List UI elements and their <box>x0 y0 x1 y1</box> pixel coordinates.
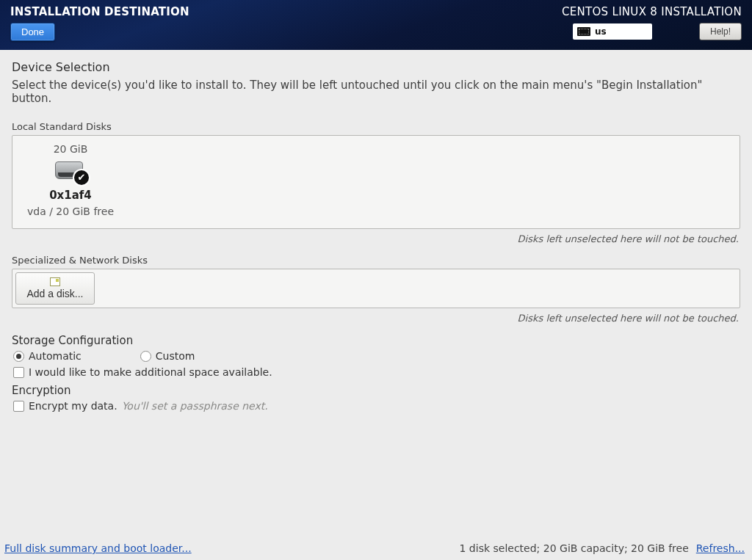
add-disk-button[interactable]: Add a disk... <box>15 272 95 305</box>
radio-icon <box>13 351 24 362</box>
local-disks-label: Local Standard Disks <box>12 121 740 132</box>
encryption-heading: Encryption <box>12 384 740 397</box>
footer-bar: Full disk summary and boot loader... 1 d… <box>0 542 752 560</box>
radio-icon <box>140 351 151 362</box>
encryption-section: Encryption Encrypt my data. You'll set a… <box>12 384 740 412</box>
encrypt-passphrase-hint: You'll set a passphrase next. <box>122 400 268 412</box>
network-disks-panel: Add a disk... <box>12 269 740 308</box>
full-disk-summary-link[interactable]: Full disk summary and boot loader... <box>4 542 192 554</box>
main-content: Device Selection Select the device(s) yo… <box>0 50 752 542</box>
help-button[interactable]: Help! <box>699 23 742 40</box>
header-bar: INSTALLATION DESTINATION Done CENTOS LIN… <box>0 0 752 50</box>
selected-check-icon: ✔ <box>74 170 89 185</box>
disk-device-free: vda / 20 GiB free <box>27 206 114 217</box>
disk-model: 0x1af4 <box>49 189 92 202</box>
checkbox-icon <box>13 367 24 378</box>
keyboard-layout-label: us <box>595 26 607 37</box>
header-controls: us Help! <box>573 23 742 40</box>
network-disks-label: Specialized & Network Disks <box>12 255 740 266</box>
done-button[interactable]: Done <box>10 23 55 41</box>
header-right-group: CENTOS LINUX 8 INSTALLATION us Help! <box>562 4 742 40</box>
radio-custom-label: Custom <box>156 350 195 362</box>
refresh-link[interactable]: Refresh... <box>696 542 745 554</box>
storage-configuration-section: Storage Configuration Automatic Custom I… <box>12 334 740 378</box>
product-title: CENTOS LINUX 8 INSTALLATION <box>562 5 742 18</box>
storage-config-radios: Automatic Custom <box>12 350 740 362</box>
footer-status-text: 1 disk selected; 20 GiB capacity; 20 GiB… <box>460 542 689 554</box>
network-disks-hint: Disks left unselected here will not be t… <box>12 313 739 324</box>
radio-custom[interactable]: Custom <box>140 350 195 362</box>
keyboard-icon <box>577 27 590 36</box>
radio-automatic-label: Automatic <box>29 350 82 362</box>
device-selection-heading: Device Selection <box>12 60 740 74</box>
checkbox-reclaim-space[interactable]: I would like to make additional space av… <box>12 366 740 378</box>
radio-automatic[interactable]: Automatic <box>13 350 82 362</box>
keyboard-layout-indicator[interactable]: us <box>573 23 652 40</box>
storage-configuration-heading: Storage Configuration <box>12 334 740 347</box>
page-title: INSTALLATION DESTINATION <box>10 5 189 18</box>
disk-item[interactable]: 20 GiB ✔ 0x1af4 vda / 20 GiB free <box>23 143 118 217</box>
header-left-group: INSTALLATION DESTINATION Done <box>10 4 189 41</box>
checkbox-icon <box>13 401 24 412</box>
checkbox-encrypt-label: Encrypt my data. <box>29 400 118 412</box>
local-disks-hint: Disks left unselected here will not be t… <box>12 233 739 244</box>
checkbox-encrypt[interactable]: Encrypt my data. You'll set a passphrase… <box>12 400 740 412</box>
local-disks-panel: 20 GiB ✔ 0x1af4 vda / 20 GiB free <box>12 135 740 229</box>
hard-drive-icon: ✔ <box>54 159 87 183</box>
disk-size: 20 GiB <box>54 143 88 155</box>
add-disk-label: Add a disk... <box>26 288 83 299</box>
device-selection-instructions: Select the device(s) you'd like to insta… <box>12 79 740 105</box>
add-disk-icon <box>50 277 60 286</box>
footer-status-group: 1 disk selected; 20 GiB capacity; 20 GiB… <box>460 542 745 554</box>
checkbox-reclaim-label: I would like to make additional space av… <box>29 366 272 378</box>
